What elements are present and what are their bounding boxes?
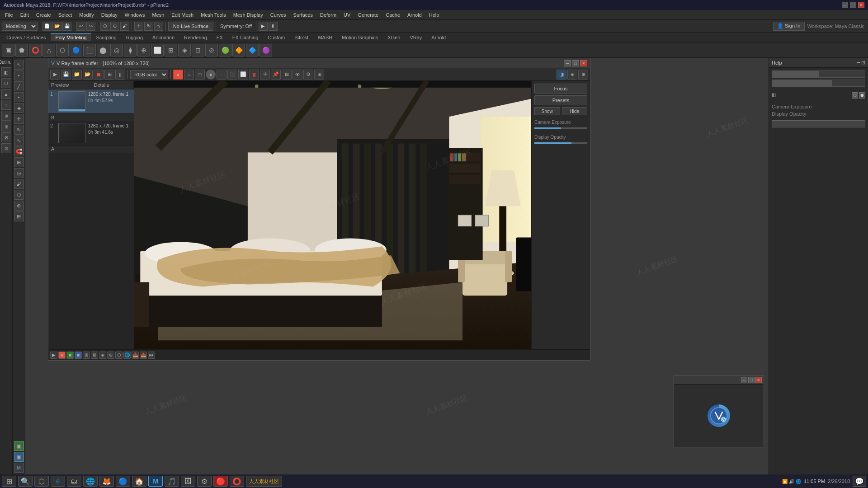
vb-tool7[interactable]: 📥 [132, 352, 139, 359]
ipr-button[interactable]: ⏸ [269, 22, 278, 31]
shelf-tool-9[interactable]: ◎ [110, 44, 123, 56]
shelf-tab-motion[interactable]: Motion Graphics [337, 33, 382, 41]
tool13[interactable]: ⬡ [14, 190, 24, 200]
red-app-btn[interactable]: 🔴 [213, 476, 228, 487]
vertex-btn[interactable]: • [14, 70, 24, 80]
vb-play[interactable]: ▶ [50, 352, 57, 359]
vb-tool4[interactable]: ⊕ [107, 352, 114, 359]
menu-surfaces[interactable]: Surfaces [290, 11, 316, 19]
vb-rec[interactable]: ● [58, 352, 66, 359]
shelf-tab-mash[interactable]: MASH [313, 33, 337, 41]
shelf-tool-6[interactable]: 🔵 [70, 44, 82, 56]
tool14[interactable]: ⊕ [14, 201, 24, 211]
vt-square[interactable]: □ [195, 70, 205, 80]
attr-slider-2[interactable] [772, 80, 865, 87]
sw-close[interactable]: ✕ [755, 377, 762, 383]
vt-pin[interactable]: 📌 [271, 70, 281, 80]
mode-select[interactable]: Modeling Rigging Animation [2, 22, 38, 31]
shelf-tool-20[interactable]: 🟣 [259, 44, 272, 56]
menu-mesh-tools[interactable]: Mesh Tools [198, 11, 229, 19]
menu-windows[interactable]: Windows [122, 11, 148, 19]
save-button[interactable]: 💾 [62, 22, 71, 31]
attr-slider-1[interactable] [772, 70, 865, 78]
vb-tool8[interactable]: 📤 [140, 352, 147, 359]
shelf-tool-16[interactable]: ⊘ [205, 44, 218, 56]
taskview-btn[interactable]: ⬡ [34, 476, 49, 487]
outliner-btn-1[interactable]: ◧ [1, 67, 11, 77]
menu-create[interactable]: Create [33, 11, 54, 19]
vb-tool1[interactable]: ⊞ [83, 352, 90, 359]
menu-select[interactable]: Select [55, 11, 75, 19]
vt-cross[interactable]: ✛ [260, 70, 270, 80]
scale-lt-btn[interactable]: ⤡ [14, 136, 24, 145]
shelf-tab-xgen[interactable]: XGen [383, 33, 405, 41]
sign-in-button[interactable]: 👤 Sign In [773, 22, 805, 31]
vt-grid-btn[interactable]: ⊞ [314, 70, 324, 80]
shelf-tab-bifrost[interactable]: Bifrost [290, 33, 313, 41]
sw-maximize[interactable]: □ [748, 377, 755, 383]
redo-button[interactable]: ↪ [86, 22, 95, 31]
select-tool[interactable]: ⬡ [100, 22, 109, 31]
vt-load-img[interactable]: ⬜ [238, 70, 248, 80]
grid-btn[interactable]: ⊞ [14, 157, 24, 167]
vt-dot[interactable]: · [217, 70, 226, 80]
tool15[interactable]: ⊞ [14, 211, 24, 221]
vb-green[interactable]: ■ [66, 352, 74, 359]
shelf-tab-vray[interactable]: VRay [405, 33, 426, 41]
focus-button[interactable]: Focus [534, 84, 587, 94]
shelf-tool-11[interactable]: ⊕ [137, 44, 150, 56]
select-mode-btn[interactable]: ↖ [14, 60, 24, 70]
menu-uv[interactable]: UV [340, 11, 354, 19]
vt-right-3[interactable]: ⊕ [578, 70, 588, 80]
vt-load[interactable]: 📂 [83, 70, 93, 80]
scale-tool[interactable]: ⤡ [154, 22, 163, 31]
shelf-tab-rendering[interactable]: Rendering [179, 33, 212, 41]
color-mode-select[interactable]: RGB color Alpha Luminance [130, 70, 168, 79]
show-button[interactable]: Show [534, 107, 560, 115]
edge-btn[interactable]: ╱ [14, 81, 24, 91]
attr-input-1[interactable] [772, 120, 865, 127]
render-item-2[interactable]: 2 1280 x 720, frame 1 0h 3m 41.6s [48, 121, 134, 145]
render-button[interactable]: ▶ [259, 22, 268, 31]
vt-save-all[interactable]: 📁 [72, 70, 82, 80]
shelf-tab-poly[interactable]: Poly Modeling [51, 33, 91, 41]
lt-bottom-2[interactable]: ▣ [14, 452, 24, 462]
no-live-surface[interactable]: No Live Surface [168, 22, 213, 31]
menu-arnold[interactable]: Arnold [404, 11, 425, 19]
shelf-tab-custom[interactable]: Custom [263, 33, 289, 41]
outliner-btn-7[interactable]: ⊠ [1, 132, 11, 142]
shelf-tool-12[interactable]: ⬜ [151, 44, 164, 56]
vt-right-2[interactable]: ◈ [567, 70, 577, 80]
menu-generate[interactable]: Generate [354, 11, 382, 19]
shelf-tool-8[interactable]: ⬤ [97, 44, 109, 56]
shelf-tool-10[interactable]: ⧫ [124, 44, 137, 56]
shelf-tab-animation[interactable]: Animation [148, 33, 179, 41]
shelf-tab-curves[interactable]: Curves / Surfaces [2, 33, 50, 41]
media-btn[interactable]: 🎵 [165, 476, 179, 487]
chrome-btn[interactable]: 🌐 [83, 476, 98, 487]
render-item-1[interactable]: 1 1280 x 720, frame 1 0h 4m 52.9s [48, 89, 134, 114]
shelf-tool-3[interactable]: ⭕ [29, 44, 42, 56]
shelf-tab-rigging[interactable]: Rigging [122, 33, 147, 41]
menu-file[interactable]: File [2, 11, 16, 19]
vray-close[interactable]: ✕ [580, 60, 587, 66]
shelf-tool-17[interactable]: 🟢 [219, 44, 231, 56]
vt-compare[interactable]: ⫿ [115, 70, 125, 80]
vt-right-1[interactable]: ◨ [557, 70, 566, 80]
vb-tool3[interactable]: ◈ [99, 352, 106, 359]
shelf-tool-18[interactable]: 🔶 [232, 44, 245, 56]
shelf-tool-19[interactable]: 🔷 [246, 44, 259, 56]
outliner-btn-3[interactable]: ▲ [1, 89, 11, 99]
minimize-button[interactable]: ─ [842, 2, 848, 8]
outliner-btn-4[interactable]: ↕ [1, 100, 11, 110]
menu-mesh[interactable]: Mesh [149, 11, 167, 19]
attr-minimize[interactable]: ─ [857, 60, 860, 66]
outliner-btn-6[interactable]: ⊞ [1, 122, 11, 131]
circle-btn[interactable]: ⭕ [230, 476, 244, 487]
attr-dock[interactable]: ⊡ [861, 60, 865, 66]
attr-resize-1[interactable]: ⬡ [852, 92, 858, 99]
channel-box-btn[interactable]: M [14, 463, 24, 473]
menu-mesh-display[interactable]: Mesh Display [230, 11, 266, 19]
vray-minimize[interactable]: ─ [564, 60, 571, 66]
face-btn[interactable]: ▪ [14, 92, 24, 102]
